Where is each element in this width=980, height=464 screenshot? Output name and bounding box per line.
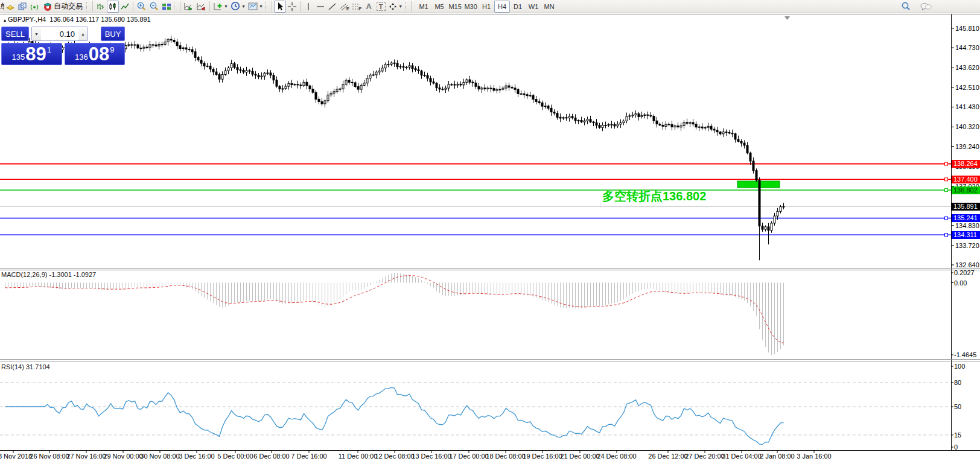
clipped-toolbar-icon: 单	[0, 1, 4, 12]
timeframe-mn[interactable]: MN	[541, 1, 557, 13]
timeframe-m30[interactable]: M30	[463, 1, 479, 13]
profiles-icon[interactable]	[16, 1, 28, 13]
channel-tool-letter: E	[346, 6, 349, 11]
buy-price-sup: 9	[110, 45, 114, 54]
timeframe-m5[interactable]: M5	[431, 1, 447, 13]
timeframe-m15[interactable]: M15	[447, 1, 463, 13]
label-tool-letter: T	[377, 2, 386, 11]
buy-price-main: 136	[75, 52, 88, 62]
volume-spinner[interactable]: ▼ 0.10 ▲	[31, 27, 88, 41]
text-tool[interactable]: A	[363, 1, 375, 13]
chevron-down-icon: ▼	[241, 4, 246, 8]
timeframe-d1[interactable]: D1	[510, 1, 526, 13]
crosshair-tool[interactable]	[286, 1, 298, 13]
sell-price-sup: 1	[47, 45, 51, 54]
main-toolbar: 单 自动交易 ▼ ▼ ▼	[0, 0, 980, 13]
templates-button[interactable]: ▼	[247, 1, 264, 13]
cursor-tool[interactable]	[274, 1, 286, 13]
buy-button[interactable]: BUY	[101, 27, 125, 41]
auto-scroll-icon[interactable]	[182, 1, 195, 13]
level-handle[interactable]	[945, 162, 948, 165]
chart-shift-icon[interactable]	[195, 1, 208, 13]
add-indicator-button[interactable]: ▼	[212, 1, 229, 13]
line-chart-icon[interactable]	[119, 1, 131, 13]
level-handle[interactable]	[945, 189, 948, 192]
level-handle[interactable]	[945, 217, 948, 220]
sell-button[interactable]: SELL	[1, 27, 29, 41]
zoom-in-icon[interactable]	[135, 1, 148, 13]
level-handle[interactable]	[945, 178, 948, 181]
timeframe-group: M1M5M15M30H1H4D1W1MN	[416, 1, 557, 13]
chat-icon[interactable]	[918, 1, 933, 13]
text-tool-letter: A	[366, 2, 371, 11]
fibo-tool-letter: F	[358, 6, 361, 11]
volume-decrease-button[interactable]: ▼	[32, 27, 41, 40]
timeframe-h1[interactable]: H1	[479, 1, 494, 13]
text-label-tool[interactable]: T	[375, 1, 387, 13]
tile-windows-icon[interactable]	[161, 1, 173, 13]
fibonacci-tool[interactable]: F	[351, 1, 363, 13]
arrows-tool[interactable]: ▼	[387, 1, 404, 13]
chevron-down-icon: ▼	[398, 4, 402, 8]
periods-button[interactable]: ▼	[229, 1, 247, 13]
trendline-tool[interactable]	[326, 1, 339, 13]
timeframe-m1[interactable]: M1	[416, 1, 431, 13]
buy-price-big: 08	[89, 45, 109, 63]
chart-background	[0, 13, 980, 464]
timeframe-h4[interactable]: H4	[494, 1, 510, 13]
sell-price-main: 135	[12, 52, 25, 62]
zoom-out-icon[interactable]	[148, 1, 161, 13]
horizontal-line-tool[interactable]	[314, 1, 326, 13]
autotrading-button[interactable]: 自动交易	[40, 1, 85, 13]
new-order-button[interactable]	[4, 1, 16, 13]
sell-price-button[interactable]: 135 89 1	[1, 43, 62, 65]
chevron-down-icon: ▼	[259, 4, 263, 8]
vertical-line-tool[interactable]	[302, 1, 314, 13]
chevron-down-icon: ▼	[224, 4, 228, 8]
timeframe-w1[interactable]: W1	[526, 1, 541, 13]
candlestick-chart-icon[interactable]	[107, 1, 119, 13]
autotrading-label: 自动交易	[54, 1, 83, 11]
search-icon[interactable]	[900, 1, 912, 13]
level-handle[interactable]	[945, 234, 948, 237]
volume-increase-button[interactable]: ▲	[78, 27, 88, 40]
equidistant-channel-tool[interactable]: E	[339, 1, 351, 13]
volume-value[interactable]: 0.10	[41, 27, 78, 40]
chart-canvas[interactable]	[0, 13, 980, 464]
signals-icon[interactable]	[28, 1, 40, 13]
sell-price-big: 89	[25, 45, 46, 63]
bar-chart-icon[interactable]	[95, 1, 107, 13]
buy-price-button[interactable]: 136 08 9	[65, 43, 126, 65]
one-click-trading-panel: SELL ▼ 0.10 ▲ BUY 135 89 1 136 08 9	[1, 27, 125, 65]
